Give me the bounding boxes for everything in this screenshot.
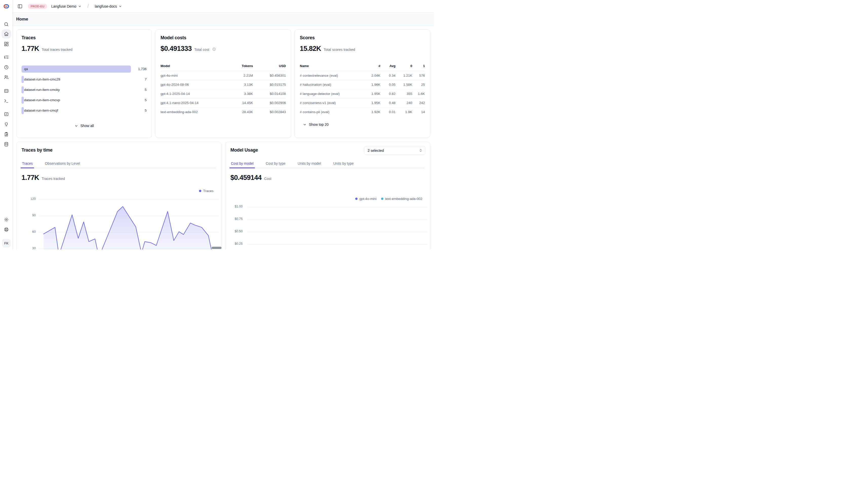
- y-axis-tick: $0.50: [228, 230, 242, 233]
- tab-traces[interactable]: Traces: [22, 161, 33, 166]
- horizontal-scrollbar-thumb[interactable]: [212, 247, 222, 249]
- show-all-button[interactable]: Show all: [22, 124, 146, 128]
- trace-bar-label: dataset-run-item-cmcky: [24, 86, 60, 93]
- trace-bar-value: 5: [131, 97, 146, 104]
- usage-cost-value: $0.459144: [230, 173, 262, 182]
- model-costs-card: Model costs $0.491333 Total cost ModelTo…: [155, 29, 291, 138]
- trace-bar[interactable]: [22, 107, 24, 114]
- sidebar-item-tracing[interactable]: [2, 53, 11, 62]
- tab-cost-by-model[interactable]: Cost by model: [230, 161, 254, 166]
- table-row: gpt-4.1-nano-2025-04-1414.45K$0.002906: [160, 98, 286, 108]
- langfuse-app: FK PROD-EU Langfuse Demo langfuse-docs H…: [0, 0, 434, 250]
- chevrons-up-down-icon: [419, 148, 423, 152]
- table-row: # language-detector (eval)1.95K0.823551.…: [300, 89, 425, 98]
- column-header: 0: [395, 64, 412, 71]
- tab-units-by-model[interactable]: Units by model: [297, 161, 322, 166]
- table-row: # hallucination (eval)1.96K0.051.58K25: [300, 80, 425, 89]
- trace-bar-track: qa: [22, 65, 131, 73]
- legend-item[interactable]: Traces: [199, 189, 213, 193]
- legend-label: text-embedding-ada-002: [385, 197, 423, 201]
- chart-gridline: [247, 219, 428, 220]
- traces-tracked-value: 1.77K: [22, 173, 39, 182]
- trace-bar[interactable]: [22, 86, 24, 93]
- info-icon[interactable]: [212, 47, 216, 51]
- trace-bar-value: 5: [131, 86, 146, 93]
- sidebar-item-settings[interactable]: [2, 215, 11, 224]
- scores-total-label: Total scores tracked: [324, 48, 355, 52]
- model-select[interactable]: 2 selected: [364, 146, 425, 155]
- sidebar-item-playground[interactable]: [2, 96, 11, 106]
- traces-area-chart[interactable]: [39, 199, 219, 250]
- user-avatar[interactable]: FK: [2, 239, 11, 247]
- sidebar-item-insights[interactable]: [2, 120, 11, 129]
- tab-units-by-type[interactable]: Units by type: [333, 161, 354, 166]
- topbar: PROD-EU Langfuse Demo langfuse-docs: [13, 0, 434, 13]
- traces-by-time-card: Traces by time TracesObservations by Lev…: [16, 142, 221, 250]
- page-title: Home: [16, 17, 28, 22]
- chart-gridline: [247, 232, 428, 232]
- show-top-20-button[interactable]: Show top 20: [300, 122, 425, 126]
- legend-item[interactable]: gpt-4o-mini: [355, 197, 377, 201]
- traces-total: 1.77K: [22, 44, 39, 53]
- column-header: USD: [253, 64, 286, 71]
- legend-label: gpt-4o-mini: [359, 197, 377, 201]
- column-header: Name: [300, 64, 364, 71]
- sidebar-item-home[interactable]: [2, 29, 11, 38]
- usage-chart-legend: gpt-4o-minitext-embedding-ada-002: [355, 197, 423, 201]
- legend-label: Traces: [203, 189, 213, 193]
- trace-bar[interactable]: [22, 76, 24, 83]
- trace-bar-row[interactable]: dataset-run-item-cmcjf5: [22, 107, 146, 114]
- model-costs-total: $0.491333: [160, 44, 192, 53]
- sidebar-item-search[interactable]: [2, 20, 11, 29]
- y-axis-tick: $1.00: [228, 205, 242, 208]
- card-title: Scores: [300, 35, 425, 41]
- sidebar-item-sessions[interactable]: [2, 63, 11, 72]
- y-axis-tick: 60: [23, 230, 36, 233]
- card-title: Model costs: [160, 35, 286, 41]
- sidebar-item-users[interactable]: [2, 73, 11, 82]
- sidebar-item-prompts[interactable]: [2, 86, 11, 95]
- trace-bar-track: dataset-run-item-cmcky: [22, 86, 131, 93]
- column-header: Tokens: [223, 64, 253, 71]
- traces-bar-list: qa1,736dataset-run-item-cmc297dataset-ru…: [22, 65, 146, 114]
- sidebar-item-annotation-queues[interactable]: [2, 130, 11, 139]
- tab-cost-by-type[interactable]: Cost by type: [265, 161, 286, 166]
- main-content: Traces 1.77K Total traces tracked qa1,73…: [13, 26, 434, 250]
- table-row: text-embedding-ada-00228.43K$0.002843: [160, 108, 286, 117]
- trace-bar-track: dataset-run-item-cmc29: [22, 76, 131, 83]
- trace-bar[interactable]: [22, 97, 24, 104]
- chevron-down-icon: [78, 4, 82, 8]
- sidebar-toggle-icon[interactable]: [16, 2, 24, 10]
- trace-bar[interactable]: [22, 65, 131, 73]
- trace-bar-row[interactable]: qa1,736: [22, 65, 146, 73]
- chevron-down-icon: [303, 123, 307, 126]
- column-header: 1: [412, 64, 425, 71]
- sidebar-item-dashboards[interactable]: [2, 39, 11, 49]
- trace-bar-row[interactable]: dataset-run-item-cmc297: [22, 76, 146, 83]
- trace-bar-track: dataset-run-item-cmcvp: [22, 97, 131, 104]
- legend-item[interactable]: text-embedding-ada-002: [381, 197, 423, 201]
- trace-bar-value: 5: [131, 107, 146, 114]
- table-row: # contextrelevance (eval)2.04K0.341.21K5…: [300, 71, 425, 80]
- trace-bar-value: 1,736: [131, 65, 146, 73]
- sidebar-item-evaluation[interactable]: [2, 110, 11, 119]
- trace-bar-label: dataset-run-item-cmcvp: [24, 97, 60, 104]
- card-title: Traces by time: [22, 147, 216, 153]
- trace-bar-row[interactable]: dataset-run-item-cmcvp5: [22, 97, 146, 104]
- chart-gridline: [247, 244, 428, 244]
- trace-bar-row[interactable]: dataset-run-item-cmcky5: [22, 86, 146, 93]
- y-axis-tick: $0.75: [228, 217, 242, 221]
- scores-table: Name#Avg01# contextrelevance (eval)2.04K…: [300, 64, 425, 117]
- model-costs-total-label: Total cost: [194, 48, 209, 52]
- chart-gridline: [247, 207, 428, 207]
- page-header: Home: [13, 13, 434, 26]
- sidebar-item-support[interactable]: [2, 225, 11, 234]
- y-axis-tick: 120: [23, 197, 36, 201]
- chevron-down-icon: [74, 124, 78, 128]
- org-selector[interactable]: Langfuse Demo: [51, 4, 82, 8]
- org-name: Langfuse Demo: [51, 4, 76, 8]
- sidebar-item-datasets[interactable]: [2, 140, 11, 149]
- project-selector[interactable]: langfuse-docs: [95, 4, 122, 8]
- tab-observations-by-level[interactable]: Observations by Level: [44, 161, 81, 166]
- langfuse-logo-icon: [3, 4, 9, 9]
